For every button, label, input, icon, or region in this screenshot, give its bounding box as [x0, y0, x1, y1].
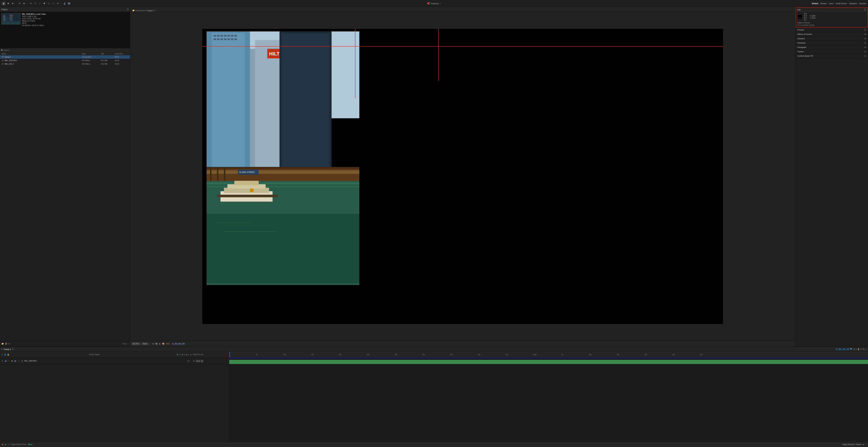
- layer-1-solo[interactable]: ☀: [8, 360, 10, 362]
- snapping-icon: 🧲: [427, 2, 430, 4]
- hand-tool[interactable]: ✥: [6, 2, 10, 5]
- selection-tool[interactable]: ▲: [2, 2, 5, 5]
- switch-icon-5[interactable]: ▣: [186, 354, 187, 356]
- viewer-timecode: 0;00;00;00: [172, 342, 185, 345]
- ruler-label-45s: 45s: [478, 354, 480, 356]
- layer-1-audio[interactable]: 🔊: [4, 360, 7, 362]
- effects-presets-panel-item[interactable]: Effects & Presets ▶: [795, 32, 868, 36]
- puppet-tool[interactable]: ⚓: [63, 2, 66, 5]
- workspace-default[interactable]: Default: [812, 2, 818, 4]
- project-new-folder[interactable]: 📁: [1, 342, 4, 345]
- pen-tool[interactable]: ✒: [29, 2, 33, 5]
- viewer-icon-transparency[interactable]: ⊞: [152, 342, 154, 345]
- paragraph-panel-item[interactable]: Paragraph ▶: [795, 45, 868, 50]
- layer-1-visibility[interactable]: 👁: [1, 360, 4, 362]
- anchor-tool[interactable]: ⊕: [22, 2, 26, 5]
- project-footer-icon: □: [128, 343, 129, 345]
- rotate-tool[interactable]: ↺: [18, 2, 21, 5]
- comp-tab-menu[interactable]: ☰: [154, 10, 156, 11]
- motion-blur-comp-icon[interactable]: ◐: [5, 444, 6, 445]
- project-new-item[interactable]: 🎬: [5, 342, 7, 345]
- footer-wave-icon[interactable]: 〜: [865, 443, 867, 446]
- timeline-content: ☀ 👤 🔒 Source Name 🔧 🎵 ◉ ◎ ▣ ⊙ ◈ Parent &…: [0, 352, 868, 442]
- layer-header-solo[interactable]: ☀: [1, 354, 3, 356]
- comp-tab-name[interactable]: Comp 1: [147, 9, 153, 12]
- comp-markers-icon[interactable]: 🔖: [1, 444, 3, 445]
- timeline-search-icon[interactable]: 🔍: [850, 348, 852, 350]
- project-settings[interactable]: ⚙: [8, 342, 10, 345]
- workspace-review[interactable]: Review: [820, 2, 827, 4]
- timeline-tool-5[interactable]: 📎: [863, 348, 865, 350]
- viewer-icon-color[interactable]: 🎨: [162, 342, 164, 345]
- composition-viewer[interactable]: HILTON: [130, 12, 795, 341]
- clone-tool[interactable]: ✱: [42, 2, 46, 5]
- timeline-tool-4[interactable]: ⚙: [860, 348, 862, 350]
- zoom-selector[interactable]: 66.7% ▾: [132, 342, 140, 345]
- toggle-switches-btn[interactable]: Toggle Switches / Modes: [842, 444, 861, 445]
- project-item-mov2[interactable]: 🎥 IMG_229_V DXV3Med... 58.0 MB 30.00: [0, 62, 130, 66]
- switch-icon-7[interactable]: ◈: [190, 354, 191, 356]
- timeline-tool-3[interactable]: ⌛: [858, 348, 860, 350]
- layer-1-pen-icon[interactable]: ✏: [189, 360, 191, 362]
- layer-1-motion-blur[interactable]: ◉: [187, 360, 189, 362]
- switch-icon-3[interactable]: ◉: [182, 354, 183, 356]
- workspace-libraries[interactable]: Libraries: [859, 2, 866, 4]
- roto-brush-tool[interactable]: ✒: [56, 2, 60, 5]
- switch-icon-4[interactable]: ◎: [184, 354, 185, 356]
- footer-modes-arrow[interactable]: ◀: [863, 444, 864, 445]
- draft-3d-icon[interactable]: ⬡: [8, 444, 9, 445]
- switch-icon-1[interactable]: 🔧: [177, 354, 179, 356]
- timeline-tool-1[interactable]: ⊞: [853, 348, 855, 350]
- viewer-icon-region[interactable]: □: [150, 343, 151, 345]
- info-panel-title: Info: [797, 9, 801, 11]
- project-item-comp1[interactable]: 🎬 Comp 1 Composition 29.97: [0, 55, 130, 59]
- layer-1-lock[interactable]: 🔒: [11, 360, 13, 362]
- crosshair-vertical-2: [438, 29, 439, 81]
- shape-tool[interactable]: □: [51, 2, 55, 5]
- viewer-icon-channels[interactable]: ◐: [159, 342, 161, 345]
- libraries-panel-item[interactable]: Libraries ▶: [795, 36, 868, 41]
- timeline-playhead[interactable]: [229, 352, 230, 357]
- timeline-clip-bar[interactable]: [229, 360, 868, 364]
- paragraph-label: Paragraph: [797, 46, 806, 48]
- col-header-name: Name: [1, 53, 82, 55]
- layer-row-1[interactable]: 👁 🔊 ☀ 🔒 1 🎥 IMG_2290.MOV ◉ ✏ ⛓ None: [0, 358, 229, 364]
- workspace-standard[interactable]: Standard: [849, 2, 857, 4]
- viewer-icon-snapshot[interactable]: 📷: [155, 342, 158, 345]
- workspace-learn[interactable]: Learn: [829, 2, 834, 4]
- footer-bar: 🔖 ◐ ⬡ Frame Render Time: 26ms Toggle Swi…: [0, 442, 868, 447]
- preview-panel-item[interactable]: Preview ▶: [795, 28, 868, 32]
- zoom-tool[interactable]: ⊕: [11, 2, 14, 5]
- info-panel-menu[interactable]: ☰: [864, 8, 866, 11]
- svg-rect-9: [4, 16, 4, 16]
- timeline-tool-6[interactable]: ✂: [865, 348, 867, 350]
- project-search-input[interactable]: [4, 49, 129, 51]
- ruler-label-10s: 10s: [283, 354, 286, 356]
- snapping-label[interactable]: Snapping: [431, 2, 439, 4]
- layer-header-shy[interactable]: 👤: [4, 354, 6, 356]
- workspace-small-screen[interactable]: Small Screen: [836, 2, 847, 4]
- project-item-mov1[interactable]: 🎥 IMG_2290.MOV DXV3Med... 58.0 MB 30.00: [0, 59, 130, 62]
- layer-1-parent-select[interactable]: None: [195, 360, 204, 362]
- timeline-menu[interactable]: ☰: [12, 348, 14, 350]
- switch-icon-6[interactable]: ⊙: [188, 354, 190, 356]
- tracker-panel-item[interactable]: Tracker ▶: [795, 50, 868, 54]
- layer-header-lock[interactable]: 🔒: [7, 354, 9, 356]
- timeline-timecode[interactable]: 0;00;00;00: [836, 348, 849, 351]
- project-panel-menu[interactable]: ☰: [127, 8, 129, 10]
- layer-header-parent-link: Parent & Link: [193, 354, 227, 356]
- viewer-plus-label: +0.0: [166, 343, 169, 345]
- svg-rect-27: [224, 38, 226, 40]
- switch-icon-2[interactable]: 🎵: [179, 354, 181, 356]
- quality-selector[interactable]: Full ▾: [142, 342, 148, 345]
- content-aware-fill-panel-item[interactable]: Content-Aware Fill ▶: [795, 54, 868, 58]
- brush-tool[interactable]: /: [38, 2, 42, 5]
- eraser-tool[interactable]: ◇: [47, 2, 51, 5]
- character-panel-item[interactable]: Character ▶: [795, 41, 868, 45]
- timeline-tool-2[interactable]: ⊕: [855, 348, 857, 350]
- snapping-toggle[interactable]: ✕: [439, 3, 441, 4]
- info-x-value: X 1250: [810, 15, 815, 17]
- tracker-label: Tracker: [797, 51, 804, 53]
- camera-tool[interactable]: 📷: [67, 2, 71, 5]
- text-tool[interactable]: T: [33, 2, 37, 5]
